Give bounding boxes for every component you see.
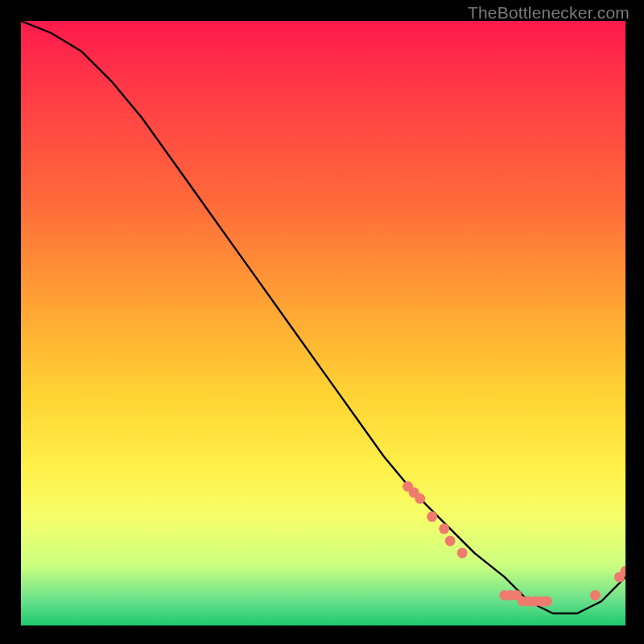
chart-stage: TheBottleneсker.com [0,0,644,644]
data-marker [427,511,437,522]
watermark-text: TheBottleneсker.com [468,3,630,23]
data-marker [590,590,601,601]
data-marker [445,535,456,546]
curve-layer [21,21,625,625]
bottleneck-curve-path [21,21,625,613]
data-marker [415,493,425,504]
plot-area [21,21,625,625]
data-marker [439,523,449,534]
data-marker [542,597,552,607]
data-marker [457,547,468,558]
